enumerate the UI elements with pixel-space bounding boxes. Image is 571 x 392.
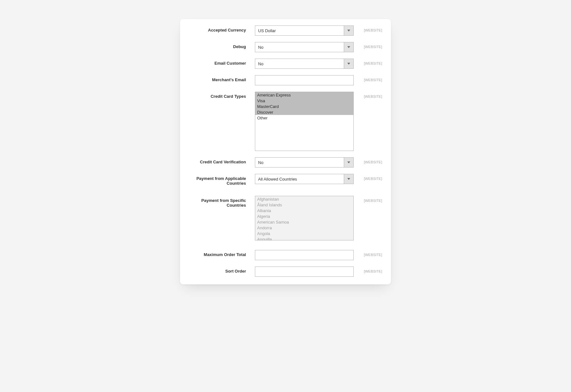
scope-label: [WEBSITE] (354, 42, 387, 49)
country-option: American Samoa (255, 219, 353, 225)
label-accepted-currency: Accepted Currency (184, 25, 255, 32)
label-specific-countries: Payment from Specific Countries (184, 196, 255, 208)
country-option: Angola (255, 231, 353, 236)
country-option: Afghanistan (255, 196, 353, 202)
label-max-order-total: Maximum Order Total (184, 250, 255, 257)
chevron-down-icon (344, 174, 353, 184)
accepted-currency-select[interactable]: US Dollar (255, 25, 354, 36)
merchant-email-input[interactable] (255, 75, 354, 85)
label-email-customer: Email Customer (184, 59, 255, 66)
row-merchant-email: Merchant's Email [WEBSITE] (180, 72, 391, 89)
scope-label: [WEBSITE] (354, 59, 387, 65)
scope-label: [WEBSITE] (354, 92, 387, 98)
svg-marker-0 (347, 30, 350, 32)
debug-select[interactable]: No (255, 42, 354, 52)
accepted-currency-value: US Dollar (258, 28, 276, 33)
row-sort-order: Sort Order [WEBSITE] (180, 263, 391, 280)
cc-type-option[interactable]: Visa (255, 98, 353, 103)
max-order-total-input[interactable] (255, 250, 354, 260)
row-specific-countries: Payment from Specific Countries Afghanis… (180, 189, 391, 244)
row-email-customer: Email Customer No [WEBSITE] (180, 55, 391, 72)
cc-verification-value: No (258, 160, 264, 165)
country-option: Anguilla (255, 236, 353, 240)
svg-marker-4 (347, 178, 350, 180)
applicable-countries-select[interactable]: All Allowed Countries (255, 174, 354, 184)
label-debug: Debug (184, 42, 255, 49)
country-option: Algeria (255, 213, 353, 219)
scope-label: [WEBSITE] (354, 267, 387, 273)
cc-types-listbox[interactable]: American ExpressVisaMasterCardDiscoverOt… (255, 92, 354, 151)
label-sort-order: Sort Order (184, 267, 255, 274)
row-max-order-total: Maximum Order Total [WEBSITE] (180, 244, 391, 263)
chevron-down-icon (344, 42, 353, 52)
scope-label: [WEBSITE] (354, 174, 387, 181)
scope-label: [WEBSITE] (354, 75, 387, 82)
cc-type-option[interactable]: Discover (255, 109, 353, 115)
row-cc-verification: Credit Card Verification No [WEBSITE] (180, 154, 391, 171)
scope-label: [WEBSITE] (354, 157, 387, 164)
debug-value: No (258, 45, 264, 50)
scope-label: [WEBSITE] (354, 196, 387, 203)
country-option: Albania (255, 208, 353, 213)
cc-type-option[interactable]: Other (255, 115, 353, 121)
row-accepted-currency: Accepted Currency US Dollar [WEBSITE] (180, 22, 391, 39)
cc-type-option[interactable]: MasterCard (255, 103, 353, 109)
scope-label: [WEBSITE] (354, 25, 387, 32)
chevron-down-icon (344, 59, 353, 68)
settings-panel: Accepted Currency US Dollar [WEBSITE] De… (180, 19, 391, 284)
label-applicable-countries: Payment from Applicable Countries (184, 174, 255, 186)
row-debug: Debug No [WEBSITE] (180, 39, 391, 55)
chevron-down-icon (344, 26, 353, 35)
svg-marker-1 (347, 46, 350, 48)
email-customer-select[interactable]: No (255, 59, 354, 69)
sort-order-input[interactable] (255, 267, 354, 277)
row-applicable-countries: Payment from Applicable Countries All Al… (180, 171, 391, 189)
specific-countries-listbox: AfghanistanÅland IslandsAlbaniaAlgeriaAm… (255, 196, 354, 240)
scope-label: [WEBSITE] (354, 250, 387, 257)
svg-marker-2 (347, 63, 350, 65)
svg-marker-3 (347, 161, 350, 163)
applicable-countries-value: All Allowed Countries (258, 177, 297, 182)
label-cc-types: Credit Card Types (184, 92, 255, 99)
country-option: Åland Islands (255, 202, 353, 208)
cc-verification-select[interactable]: No (255, 157, 354, 167)
chevron-down-icon (344, 158, 353, 167)
row-cc-types: Credit Card Types American ExpressVisaMa… (180, 89, 391, 154)
country-option: Andorra (255, 225, 353, 231)
cc-type-option[interactable]: American Express (255, 92, 353, 98)
label-merchant-email: Merchant's Email (184, 75, 255, 82)
email-customer-value: No (258, 61, 264, 66)
label-cc-verification: Credit Card Verification (184, 157, 255, 164)
